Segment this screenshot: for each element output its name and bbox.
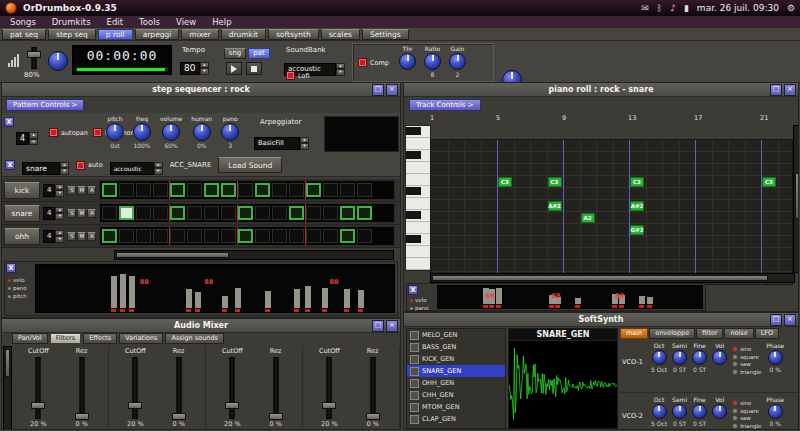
piano-key-f2[interactable] xyxy=(406,246,430,258)
shape-sine-vco-1[interactable]: sine xyxy=(732,346,761,352)
bank-combo-down-icon[interactable]: ▾ xyxy=(154,168,163,175)
close-icon[interactable]: × xyxy=(784,314,796,326)
track-s-button-kick[interactable]: S xyxy=(67,186,76,195)
step-ohh-8[interactable] xyxy=(221,229,236,243)
slider-thumb[interactable] xyxy=(322,402,336,409)
generator-chh-gen[interactable]: CHH_GEN xyxy=(407,389,505,401)
step-ohh-13[interactable] xyxy=(306,229,321,243)
menu-view[interactable]: View xyxy=(176,17,196,27)
pr-vel-bar[interactable] xyxy=(496,288,502,304)
tempo-spinner-value[interactable]: 80 xyxy=(180,62,200,75)
slider-thumb[interactable] xyxy=(128,402,142,409)
step-ohh-5[interactable] xyxy=(170,229,185,243)
generator-checkbox-snare-gen[interactable] xyxy=(410,367,419,376)
step-snare-6[interactable] xyxy=(187,206,202,220)
vco-1-phase-knob[interactable] xyxy=(768,350,783,365)
step-kick-2[interactable] xyxy=(119,183,134,197)
track-length-snare-down-icon[interactable]: ▾ xyxy=(55,213,64,220)
comp-ratio-knob[interactable] xyxy=(424,53,441,70)
track-length-snare-value[interactable]: 4 xyxy=(43,207,55,220)
track-length-ohh-value[interactable]: 4 xyxy=(43,230,55,243)
step-ohh-10[interactable] xyxy=(255,229,270,243)
generator-snare-gen[interactable]: SNARE_GEN xyxy=(407,365,505,377)
generator-checkbox-melo-gen[interactable] xyxy=(410,331,419,340)
step-ohh-16[interactable] xyxy=(357,229,372,243)
step-snare-9[interactable] xyxy=(238,206,253,220)
step-snare-10[interactable] xyxy=(255,206,270,220)
master-volume-knob[interactable] xyxy=(48,51,68,71)
piano-key-f-2[interactable] xyxy=(406,234,430,246)
pattern-freq-knob[interactable] xyxy=(133,123,151,141)
tab-p-roll[interactable]: p roll xyxy=(98,29,133,40)
mail-indicator-icon[interactable]: ✉ xyxy=(641,0,649,16)
mixer-tab-variations[interactable]: Variations xyxy=(119,333,163,344)
shape-saw-vco-1[interactable]: saw xyxy=(732,361,761,367)
seq-vel-channel-pano[interactable]: pano xyxy=(8,284,27,292)
arpeggiator-combo-value[interactable]: BasicFill xyxy=(254,137,300,150)
pattern-pitch-knob[interactable] xyxy=(106,123,124,141)
track-a-button-snare[interactable]: A xyxy=(87,209,96,218)
track-length-kick-down-icon[interactable]: ▾ xyxy=(55,190,64,197)
slider-thumb[interactable] xyxy=(75,413,89,420)
seq-vel-channel-velo[interactable]: velo xyxy=(8,276,27,284)
generator-ohh-gen[interactable]: OHH_GEN xyxy=(407,377,505,389)
synth-tab-main[interactable]: main xyxy=(620,328,648,339)
step-snare-7[interactable] xyxy=(204,206,219,220)
pattern-volume-knob[interactable] xyxy=(162,123,180,141)
bluetooth-indicator-icon[interactable]: ᛒ xyxy=(657,0,662,16)
seq-vel-bar[interactable] xyxy=(195,292,201,308)
piano-key-d3[interactable] xyxy=(406,138,430,150)
mixer-tab-assign-sounds[interactable]: Assign sounds xyxy=(165,333,223,344)
soundbank-combo-down-icon[interactable]: ▾ xyxy=(336,69,345,76)
step-kick-13[interactable] xyxy=(306,183,321,197)
seq-vel-bar[interactable] xyxy=(111,276,117,308)
shape-triangle-vco-2[interactable]: triangle xyxy=(732,423,761,429)
close-icon[interactable]: × xyxy=(784,84,796,96)
synth-tab-enveloppe[interactable]: enveloppe xyxy=(649,328,695,339)
track-a-button-ohh[interactable]: A xyxy=(87,232,96,241)
volume-indicator-icon[interactable]: ♪ xyxy=(670,0,676,16)
step-ohh-12[interactable] xyxy=(289,229,304,243)
track-m-button-snare[interactable]: M xyxy=(77,209,86,218)
mixer-tab-filters[interactable]: Filters xyxy=(50,333,81,344)
auto-checkbox[interactable] xyxy=(76,161,85,170)
vco-1-fine-knob[interactable] xyxy=(692,350,707,365)
play-button[interactable] xyxy=(226,62,242,75)
step-ohh-4[interactable] xyxy=(153,229,168,243)
seq-vel-area[interactable]: 888888 xyxy=(35,264,395,313)
step-kick-7[interactable] xyxy=(204,183,219,197)
note-c3-beat-21[interactable]: C3 xyxy=(762,177,776,187)
step-kick-3[interactable] xyxy=(136,183,151,197)
slider-thumb[interactable] xyxy=(31,402,45,409)
generator-checkbox-clap-gen[interactable] xyxy=(410,415,419,424)
step-snare-14[interactable] xyxy=(323,206,338,220)
tab-settings[interactable]: Settings xyxy=(362,29,409,40)
track-editor-close-button[interactable]: X xyxy=(5,160,15,170)
track-controls-button[interactable]: Track Controls > xyxy=(409,99,481,111)
generator-bass-gen[interactable]: BASS_GEN xyxy=(407,341,505,353)
seq-vel-bar[interactable] xyxy=(358,290,364,308)
step-ohh-2[interactable] xyxy=(119,229,134,243)
pr-vel-bar[interactable] xyxy=(639,296,645,304)
slider-thumb[interactable] xyxy=(172,413,186,420)
track-a-button-kick[interactable]: A xyxy=(87,186,96,195)
step-grid-ohh[interactable] xyxy=(99,226,395,246)
step-kick-5[interactable] xyxy=(170,183,185,197)
seq-vel-bar[interactable] xyxy=(265,291,271,308)
volume-slider[interactable] xyxy=(28,47,40,69)
step-ohh-7[interactable] xyxy=(204,229,219,243)
step-kick-14[interactable] xyxy=(323,183,338,197)
piano-key-c3[interactable] xyxy=(406,162,430,174)
note-c3-beat-13[interactable]: C3 xyxy=(630,177,644,187)
generator-melo-gen[interactable]: MELO_GEN xyxy=(407,329,505,341)
pattern-length-spinner-value[interactable]: 4 xyxy=(16,132,29,145)
close-icon[interactable]: × xyxy=(386,84,398,96)
pattern-pano-knob[interactable] xyxy=(221,123,239,141)
comp-thr-knob[interactable] xyxy=(399,53,416,70)
step-snare-15[interactable] xyxy=(340,206,355,220)
shape-triangle-vco-1[interactable]: triangle xyxy=(732,369,761,375)
pr-vel-bar[interactable] xyxy=(647,297,653,304)
seq-velocity-close-button[interactable]: X xyxy=(6,263,16,273)
seq-vel-bar[interactable] xyxy=(120,274,126,308)
track-m-button-kick[interactable]: M xyxy=(77,186,86,195)
